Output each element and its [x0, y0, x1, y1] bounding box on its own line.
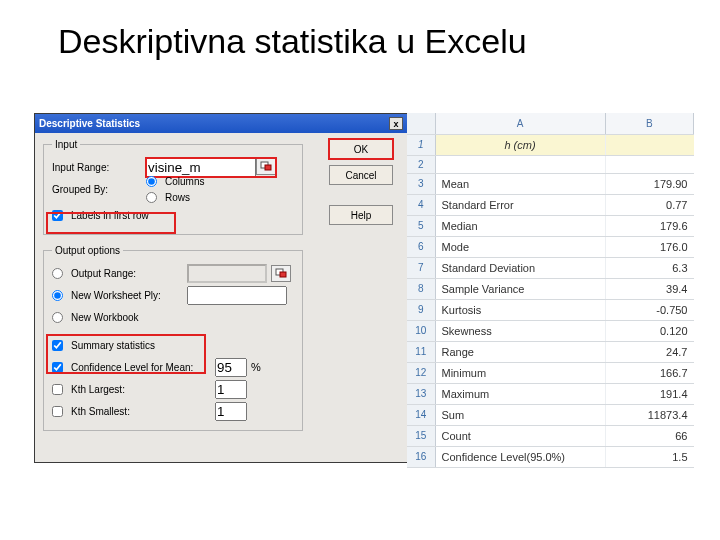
- kth-largest-label: Kth Largest:: [71, 384, 211, 395]
- cell-a[interactable]: [435, 155, 605, 173]
- cell-a[interactable]: h (cm): [435, 134, 605, 155]
- rows-radio[interactable]: [146, 192, 157, 203]
- table-row[interactable]: 7Standard Deviation6.3: [407, 257, 694, 278]
- output-range-input: [187, 264, 267, 283]
- row-number[interactable]: 6: [407, 236, 435, 257]
- row-number[interactable]: 10: [407, 320, 435, 341]
- cell-b[interactable]: 66: [605, 425, 694, 446]
- table-row[interactable]: 13Maximum191.4: [407, 383, 694, 404]
- row-number[interactable]: 8: [407, 278, 435, 299]
- kth-smallest-input[interactable]: [215, 402, 247, 421]
- cell-b[interactable]: 1.5: [605, 446, 694, 467]
- grouped-by-label: Grouped By:: [52, 184, 142, 195]
- summary-statistics-checkbox[interactable]: [52, 340, 63, 351]
- table-row[interactable]: 6Mode176.0: [407, 236, 694, 257]
- cell-b[interactable]: 166.7: [605, 362, 694, 383]
- table-row[interactable]: 10Skewness0.120: [407, 320, 694, 341]
- cell-b[interactable]: 24.7: [605, 341, 694, 362]
- cell-b[interactable]: 179.6: [605, 215, 694, 236]
- input-group: Input Input Range: Grouped By: Columns: [43, 139, 303, 235]
- output-range-label: Output Range:: [71, 268, 183, 279]
- col-header-b[interactable]: B: [605, 113, 694, 134]
- row-number[interactable]: 13: [407, 383, 435, 404]
- row-number[interactable]: 7: [407, 257, 435, 278]
- cell-b[interactable]: 6.3: [605, 257, 694, 278]
- table-row[interactable]: 12Minimum166.7: [407, 362, 694, 383]
- spreadsheet[interactable]: A B 1h (cm)23Mean179.904Standard Error0.…: [407, 113, 694, 468]
- cell-a[interactable]: Skewness: [435, 320, 605, 341]
- ok-button[interactable]: OK: [329, 139, 393, 159]
- table-row[interactable]: 9Kurtosis-0.750: [407, 299, 694, 320]
- corner-cell[interactable]: [407, 113, 435, 134]
- table-row[interactable]: 2: [407, 155, 694, 173]
- slide-title: Deskriptivna statistika u Excelu: [0, 0, 720, 61]
- row-number[interactable]: 12: [407, 362, 435, 383]
- cell-b[interactable]: 191.4: [605, 383, 694, 404]
- table-row[interactable]: 14Sum11873.4: [407, 404, 694, 425]
- dialog-title: Descriptive Statistics: [39, 118, 389, 129]
- col-header-a[interactable]: A: [435, 113, 605, 134]
- cell-b[interactable]: 39.4: [605, 278, 694, 299]
- cell-b[interactable]: [605, 134, 694, 155]
- row-number[interactable]: 5: [407, 215, 435, 236]
- kth-largest-input[interactable]: [215, 380, 247, 399]
- cell-a[interactable]: Maximum: [435, 383, 605, 404]
- table-row[interactable]: 15Count66: [407, 425, 694, 446]
- table-row[interactable]: 5Median179.6: [407, 215, 694, 236]
- row-number[interactable]: 2: [407, 155, 435, 173]
- cell-b[interactable]: [605, 155, 694, 173]
- cell-a[interactable]: Count: [435, 425, 605, 446]
- cell-a[interactable]: Mode: [435, 236, 605, 257]
- cell-b[interactable]: 179.90: [605, 173, 694, 194]
- help-button[interactable]: Help: [329, 205, 393, 225]
- row-number[interactable]: 11: [407, 341, 435, 362]
- new-worksheet-radio[interactable]: [52, 290, 63, 301]
- new-workbook-radio[interactable]: [52, 312, 63, 323]
- labels-first-row-checkbox[interactable]: [52, 210, 63, 221]
- cell-a[interactable]: Standard Deviation: [435, 257, 605, 278]
- cancel-button[interactable]: Cancel: [329, 165, 393, 185]
- new-worksheet-input[interactable]: [187, 286, 287, 305]
- output-group: Output options Output Range: New Workshe…: [43, 245, 303, 431]
- cell-a[interactable]: Confidence Level(95.0%): [435, 446, 605, 467]
- cell-a[interactable]: Mean: [435, 173, 605, 194]
- table-row[interactable]: 8Sample Variance39.4: [407, 278, 694, 299]
- cell-a[interactable]: Sample Variance: [435, 278, 605, 299]
- range-picker-icon[interactable]: [256, 158, 276, 175]
- table-row[interactable]: 4Standard Error0.77: [407, 194, 694, 215]
- cell-b[interactable]: -0.750: [605, 299, 694, 320]
- range-picker-icon[interactable]: [271, 265, 291, 282]
- row-number[interactable]: 16: [407, 446, 435, 467]
- table-row[interactable]: 16Confidence Level(95.0%)1.5: [407, 446, 694, 467]
- cell-a[interactable]: Minimum: [435, 362, 605, 383]
- cell-b[interactable]: 176.0: [605, 236, 694, 257]
- row-number[interactable]: 9: [407, 299, 435, 320]
- titlebar[interactable]: Descriptive Statistics x: [35, 114, 407, 133]
- close-icon[interactable]: x: [389, 117, 403, 130]
- columns-radio[interactable]: [146, 176, 157, 187]
- row-number[interactable]: 3: [407, 173, 435, 194]
- cell-b[interactable]: 11873.4: [605, 404, 694, 425]
- row-number[interactable]: 14: [407, 404, 435, 425]
- confidence-level-input[interactable]: [215, 358, 247, 377]
- cell-a[interactable]: Kurtosis: [435, 299, 605, 320]
- cell-a[interactable]: Range: [435, 341, 605, 362]
- cell-a[interactable]: Sum: [435, 404, 605, 425]
- dialog-button-column: OK Cancel Help: [329, 139, 393, 225]
- kth-smallest-checkbox[interactable]: [52, 406, 63, 417]
- descriptive-statistics-dialog: Descriptive Statistics x OK Cancel Help …: [34, 113, 408, 463]
- confidence-level-checkbox[interactable]: [52, 362, 63, 373]
- table-row[interactable]: 11Range24.7: [407, 341, 694, 362]
- row-number[interactable]: 4: [407, 194, 435, 215]
- row-number[interactable]: 15: [407, 425, 435, 446]
- table-row[interactable]: 3Mean179.90: [407, 173, 694, 194]
- table-row[interactable]: 1h (cm): [407, 134, 694, 155]
- cell-a[interactable]: Median: [435, 215, 605, 236]
- output-legend: Output options: [52, 245, 123, 256]
- kth-largest-checkbox[interactable]: [52, 384, 63, 395]
- row-number[interactable]: 1: [407, 134, 435, 155]
- cell-a[interactable]: Standard Error: [435, 194, 605, 215]
- cell-b[interactable]: 0.120: [605, 320, 694, 341]
- output-range-radio[interactable]: [52, 268, 63, 279]
- cell-b[interactable]: 0.77: [605, 194, 694, 215]
